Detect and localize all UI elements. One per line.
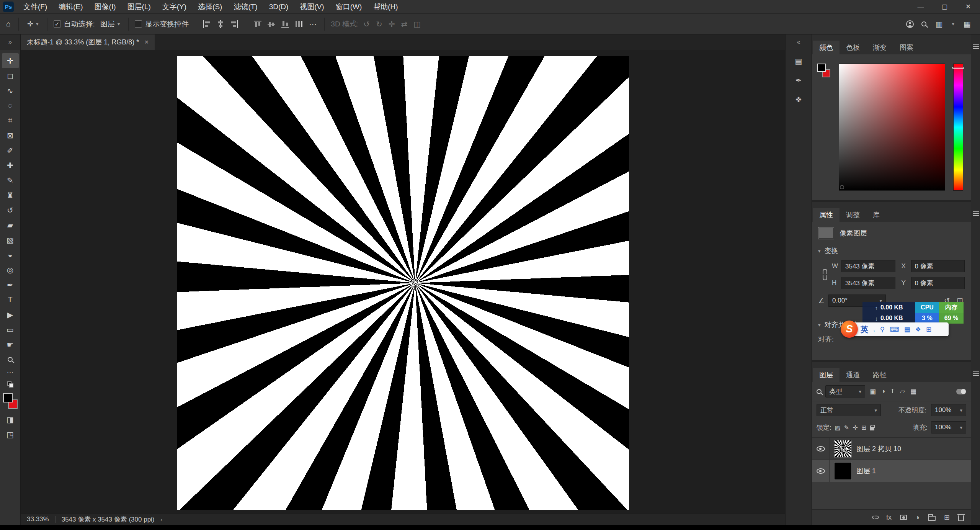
fill-dropdown[interactable]: 100% ▾ xyxy=(931,421,966,433)
new-group-button[interactable] xyxy=(928,516,936,521)
lasso-tool[interactable]: ∿ xyxy=(2,83,19,98)
eraser-tool[interactable]: ▰ xyxy=(2,218,19,232)
chevron-down-icon[interactable]: ▾ xyxy=(952,21,955,27)
menu-window[interactable]: 窗口(W) xyxy=(330,0,368,13)
ime-mic-icon[interactable]: ⚲ xyxy=(880,326,885,334)
visibility-toggle[interactable] xyxy=(812,460,830,482)
ime-language-toggle[interactable]: 英 xyxy=(861,324,868,335)
move-tool[interactable]: ✛ xyxy=(2,53,19,68)
menu-type[interactable]: 文字(Y) xyxy=(157,0,192,13)
layer-effects-button[interactable]: fx xyxy=(886,514,892,522)
object-selection-tool[interactable]: ◌ xyxy=(2,98,19,113)
crop-tool[interactable]: ⌗ xyxy=(2,113,19,128)
layer-name[interactable]: 图层 1 xyxy=(856,466,876,476)
align-vertical-centers-button[interactable] xyxy=(266,19,277,29)
layer-row-starburst[interactable]: 图层 2 拷贝 10 xyxy=(812,438,971,460)
hue-slider[interactable] xyxy=(953,64,963,191)
tab-paths[interactable]: 路径 xyxy=(866,368,893,382)
new-adjustment-layer-button[interactable]: ◑ xyxy=(915,514,920,522)
add-layer-mask-button[interactable] xyxy=(900,515,907,520)
layer-name[interactable]: 图层 2 拷贝 10 xyxy=(856,444,901,453)
new-layer-button[interactable]: ⊞ xyxy=(944,513,950,522)
menu-file[interactable]: 文件(F) xyxy=(18,0,53,13)
edit-toolbar-button[interactable]: ⋯ xyxy=(7,367,14,378)
home-icon[interactable]: ⌂ xyxy=(5,20,12,28)
canvas-pasteboard[interactable] xyxy=(21,50,785,513)
align-left-edges-button[interactable] xyxy=(201,19,212,29)
ime-clipboard-icon[interactable]: ▤ xyxy=(904,326,910,334)
status-options-chevron[interactable]: › xyxy=(161,517,162,522)
document-canvas[interactable] xyxy=(177,56,629,510)
layer-thumbnail-black[interactable] xyxy=(834,462,852,480)
filter-type-dropdown[interactable]: 类型 ▾ xyxy=(825,385,865,398)
filter-type-layers-icon[interactable]: T xyxy=(890,388,895,395)
history-brush-tool[interactable]: ↺ xyxy=(2,203,19,218)
delete-layer-button[interactable] xyxy=(958,515,964,521)
ime-toolbox-icon[interactable]: ⊞ xyxy=(926,326,931,334)
photoshop-logo[interactable]: Ps xyxy=(3,2,14,12)
align-top-edges-button[interactable] xyxy=(252,19,263,29)
y-input[interactable]: 0 像素 xyxy=(911,277,965,289)
brush-settings-panel-icon[interactable]: ▤ xyxy=(790,53,807,69)
hue-slider-cursor[interactable] xyxy=(952,67,964,69)
screen-mode-button[interactable]: ◳ xyxy=(2,427,19,442)
transform-section-header[interactable]: ▾ 变换 xyxy=(818,246,965,255)
brush-tool[interactable]: ✎ xyxy=(2,173,19,188)
link-layers-button[interactable] xyxy=(872,516,879,519)
lock-transparent-pixels-icon[interactable]: ▨ xyxy=(835,424,841,431)
type-tool[interactable]: T xyxy=(2,292,19,307)
width-input[interactable]: 3543 像素 xyxy=(841,260,895,272)
rectangular-marquee-tool[interactable]: ◻ xyxy=(2,68,19,83)
link-dimensions-icon[interactable] xyxy=(823,269,827,280)
tab-swatches[interactable]: 色板 xyxy=(840,41,866,54)
filter-toggle[interactable] xyxy=(956,389,966,394)
gradient-tool[interactable]: ▧ xyxy=(2,232,19,247)
zoom-tool[interactable] xyxy=(2,352,19,367)
opacity-dropdown[interactable]: 100% ▾ xyxy=(931,404,966,416)
default-colors-icon[interactable] xyxy=(7,381,13,388)
restore-button[interactable]: ▢ xyxy=(933,0,956,14)
path-selection-tool[interactable]: ▶ xyxy=(2,307,19,322)
lock-position-icon[interactable]: ✛ xyxy=(853,424,858,431)
menu-image[interactable]: 图像(I) xyxy=(89,0,122,13)
foreground-color-chip[interactable] xyxy=(817,64,826,72)
quick-mask-button[interactable]: ◨ xyxy=(2,412,19,427)
filter-smart-objects-icon[interactable]: ▦ xyxy=(910,388,917,396)
tab-channels[interactable]: 通道 xyxy=(840,368,866,382)
close-button[interactable]: ✕ xyxy=(956,0,980,14)
eyedropper-tool[interactable]: ✐ xyxy=(2,143,19,158)
workspace-switcher-icon[interactable]: ▥ xyxy=(934,20,944,29)
properties-panel-menu-button[interactable] xyxy=(973,211,979,217)
search-icon[interactable] xyxy=(921,21,926,26)
hand-tool[interactable]: ☛ xyxy=(2,337,19,352)
tab-color[interactable]: 颜色 xyxy=(813,41,840,54)
menu-help[interactable]: 帮助(H) xyxy=(368,0,403,13)
lock-image-pixels-icon[interactable]: ✎ xyxy=(844,424,849,431)
sogou-logo[interactable]: S xyxy=(841,321,858,338)
minimize-button[interactable]: — xyxy=(909,0,933,14)
frame-tool[interactable]: ⊠ xyxy=(2,128,19,143)
align-bottom-edges-button[interactable] xyxy=(280,19,291,29)
menu-select[interactable]: 选择(S) xyxy=(192,0,228,13)
spot-healing-brush-tool[interactable]: ✚ xyxy=(2,158,19,173)
layer-row-background[interactable]: 图层 1 xyxy=(812,460,971,482)
clone-source-panel-icon[interactable]: ❖ xyxy=(790,92,807,108)
close-tab-icon[interactable]: × xyxy=(144,38,149,46)
color-panel-menu-button[interactable] xyxy=(973,44,979,50)
align-horizontal-centers-button[interactable] xyxy=(215,19,226,29)
menu-layer[interactable]: 图层(L) xyxy=(122,0,157,13)
document-tab[interactable]: 未标题-1 @ 33.3% (图层 1, RGB/8) * × xyxy=(21,34,155,50)
dodge-tool[interactable]: ◎ xyxy=(2,262,19,277)
height-input[interactable]: 3543 像素 xyxy=(841,277,895,289)
tab-adjustments[interactable]: 调整 xyxy=(840,208,866,222)
blur-tool[interactable]: ◒ xyxy=(2,247,19,262)
rectangle-tool[interactable]: ▭ xyxy=(2,322,19,337)
ime-punctuation-icon[interactable]: , xyxy=(873,326,875,333)
layer-thumbnail-starburst[interactable] xyxy=(834,440,852,458)
menu-edit[interactable]: 编辑(E) xyxy=(53,0,88,13)
clone-stamp-tool[interactable]: ♜ xyxy=(2,188,19,203)
filter-adjustment-layers-icon[interactable]: ◑ xyxy=(880,388,886,395)
arrange-documents-icon[interactable]: ▦ xyxy=(962,20,972,29)
visibility-toggle[interactable] xyxy=(812,438,830,460)
distribute-horizontal-button[interactable] xyxy=(294,19,304,29)
